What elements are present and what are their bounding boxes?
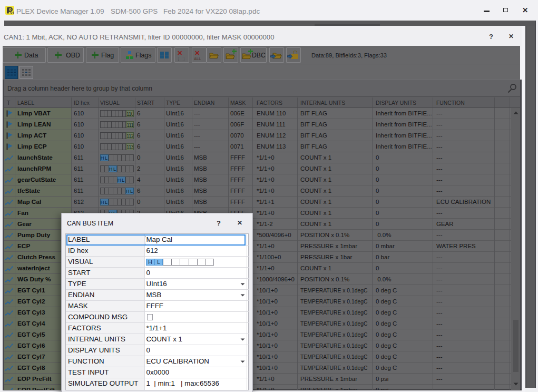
svg-text:v1: v1: [11, 11, 14, 15]
